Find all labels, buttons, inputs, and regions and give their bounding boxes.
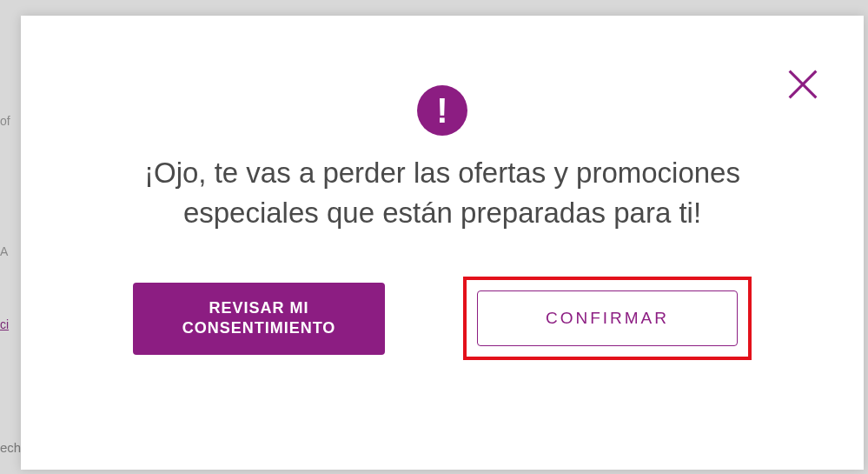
modal-message: ¡Ojo, te vas a perder las ofertas y prom… — [73, 153, 812, 233]
review-consent-button[interactable]: REVISAR MICONSENTIMIENTO — [133, 283, 385, 355]
review-consent-label: REVISAR MICONSENTIMIENTO — [182, 299, 336, 337]
button-row: REVISAR MICONSENTIMIENTO CONFIRMAR — [73, 277, 812, 360]
background-text: of — [0, 113, 10, 130]
exclamation-icon: ! — [417, 85, 467, 136]
confirm-highlight-box: CONFIRMAR — [463, 277, 752, 360]
close-icon — [783, 64, 823, 107]
confirm-button[interactable]: CONFIRMAR — [477, 290, 738, 346]
consent-modal: ! ¡Ojo, te vas a perder las ofertas y pr… — [21, 16, 864, 470]
background-text: ci — [0, 317, 9, 334]
background-text: A — [0, 244, 8, 261]
confirm-label: CONFIRMAR — [546, 309, 669, 327]
close-button[interactable] — [781, 63, 825, 107]
alert-icon-wrap: ! — [73, 85, 812, 136]
